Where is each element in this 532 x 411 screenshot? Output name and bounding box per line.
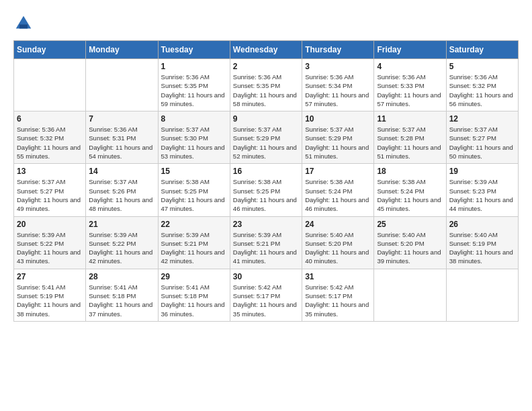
day-info: Sunrise: 5:40 AM Sunset: 5:20 PM Dayligh… <box>377 230 443 266</box>
calendar-cell: 24Sunrise: 5:40 AM Sunset: 5:20 PM Dayli… <box>302 216 374 269</box>
day-number: 29 <box>161 272 227 281</box>
day-number: 28 <box>89 272 154 281</box>
day-info: Sunrise: 5:37 AM Sunset: 5:29 PM Dayligh… <box>305 125 371 161</box>
day-number: 22 <box>161 220 227 229</box>
day-number: 8 <box>161 114 227 124</box>
day-info: Sunrise: 5:38 AM Sunset: 5:24 PM Dayligh… <box>377 177 443 213</box>
day-number: 10 <box>305 114 371 124</box>
day-header: Thursday <box>302 41 374 59</box>
day-info: Sunrise: 5:38 AM Sunset: 5:24 PM Dayligh… <box>305 177 371 213</box>
day-number: 25 <box>377 220 443 229</box>
day-info: Sunrise: 5:36 AM Sunset: 5:35 PM Dayligh… <box>161 73 227 108</box>
day-info: Sunrise: 5:41 AM Sunset: 5:18 PM Dayligh… <box>161 283 227 318</box>
page-header <box>13 13 519 34</box>
day-number: 23 <box>233 220 299 229</box>
day-number: 18 <box>377 167 443 176</box>
day-number: 21 <box>89 220 154 229</box>
calendar-week: 13Sunrise: 5:37 AM Sunset: 5:27 PM Dayli… <box>14 164 519 216</box>
calendar-cell: 21Sunrise: 5:39 AM Sunset: 5:22 PM Dayli… <box>86 216 158 269</box>
day-number: 5 <box>449 62 515 71</box>
day-number: 26 <box>449 220 515 229</box>
day-header: Monday <box>86 41 158 59</box>
calendar-cell <box>86 59 158 111</box>
calendar-cell <box>446 269 518 321</box>
calendar-table: SundayMondayTuesdayWednesdayThursdayFrid… <box>13 40 519 322</box>
calendar-cell: 31Sunrise: 5:42 AM Sunset: 5:17 PM Dayli… <box>302 269 374 321</box>
calendar-cell: 18Sunrise: 5:38 AM Sunset: 5:24 PM Dayli… <box>374 164 446 216</box>
day-info: Sunrise: 5:39 AM Sunset: 5:21 PM Dayligh… <box>233 230 299 266</box>
calendar-cell: 11Sunrise: 5:37 AM Sunset: 5:28 PM Dayli… <box>374 111 446 164</box>
day-info: Sunrise: 5:37 AM Sunset: 5:26 PM Dayligh… <box>89 177 154 213</box>
calendar-cell: 16Sunrise: 5:38 AM Sunset: 5:25 PM Dayli… <box>230 164 302 216</box>
calendar-cell: 28Sunrise: 5:41 AM Sunset: 5:18 PM Dayli… <box>86 269 158 321</box>
calendar-cell: 15Sunrise: 5:38 AM Sunset: 5:25 PM Dayli… <box>158 164 230 216</box>
day-number: 2 <box>233 62 299 71</box>
calendar-cell: 12Sunrise: 5:37 AM Sunset: 5:27 PM Dayli… <box>446 111 518 164</box>
day-info: Sunrise: 5:38 AM Sunset: 5:25 PM Dayligh… <box>233 177 299 213</box>
day-info: Sunrise: 5:37 AM Sunset: 5:27 PM Dayligh… <box>449 125 515 161</box>
calendar-cell: 5Sunrise: 5:36 AM Sunset: 5:32 PM Daylig… <box>446 59 518 111</box>
day-info: Sunrise: 5:39 AM Sunset: 5:21 PM Dayligh… <box>161 230 227 266</box>
calendar-cell: 1Sunrise: 5:36 AM Sunset: 5:35 PM Daylig… <box>158 59 230 111</box>
day-number: 30 <box>233 272 299 281</box>
day-number: 9 <box>233 114 299 124</box>
day-info: Sunrise: 5:36 AM Sunset: 5:32 PM Dayligh… <box>17 125 83 161</box>
calendar-cell: 14Sunrise: 5:37 AM Sunset: 5:26 PM Dayli… <box>86 164 158 216</box>
day-info: Sunrise: 5:42 AM Sunset: 5:17 PM Dayligh… <box>305 283 371 318</box>
svg-rect-1 <box>19 25 28 29</box>
day-number: 6 <box>17 114 83 124</box>
calendar-cell: 6Sunrise: 5:36 AM Sunset: 5:32 PM Daylig… <box>14 111 86 164</box>
logo <box>13 13 36 34</box>
day-info: Sunrise: 5:41 AM Sunset: 5:19 PM Dayligh… <box>17 283 83 318</box>
logo-icon <box>13 13 34 34</box>
day-number: 31 <box>305 272 371 281</box>
day-info: Sunrise: 5:39 AM Sunset: 5:23 PM Dayligh… <box>449 177 515 213</box>
calendar-cell <box>14 59 86 111</box>
day-header: Saturday <box>446 41 518 59</box>
calendar-cell: 17Sunrise: 5:38 AM Sunset: 5:24 PM Dayli… <box>302 164 374 216</box>
day-info: Sunrise: 5:40 AM Sunset: 5:20 PM Dayligh… <box>305 230 371 266</box>
calendar-cell: 30Sunrise: 5:42 AM Sunset: 5:17 PM Dayli… <box>230 269 302 321</box>
day-info: Sunrise: 5:38 AM Sunset: 5:25 PM Dayligh… <box>161 177 227 213</box>
calendar-cell: 29Sunrise: 5:41 AM Sunset: 5:18 PM Dayli… <box>158 269 230 321</box>
calendar-week: 27Sunrise: 5:41 AM Sunset: 5:19 PM Dayli… <box>14 269 519 321</box>
calendar-cell: 4Sunrise: 5:36 AM Sunset: 5:33 PM Daylig… <box>374 59 446 111</box>
calendar-week: 20Sunrise: 5:39 AM Sunset: 5:22 PM Dayli… <box>14 216 519 269</box>
day-number: 14 <box>89 167 154 176</box>
day-header: Friday <box>374 41 446 59</box>
calendar-week: 1Sunrise: 5:36 AM Sunset: 5:35 PM Daylig… <box>14 59 519 111</box>
calendar-cell: 10Sunrise: 5:37 AM Sunset: 5:29 PM Dayli… <box>302 111 374 164</box>
calendar-cell: 26Sunrise: 5:40 AM Sunset: 5:19 PM Dayli… <box>446 216 518 269</box>
day-info: Sunrise: 5:39 AM Sunset: 5:22 PM Dayligh… <box>17 230 83 266</box>
day-number: 17 <box>305 167 371 176</box>
day-header: Wednesday <box>230 41 302 59</box>
day-number: 11 <box>377 114 443 124</box>
calendar-header: SundayMondayTuesdayWednesdayThursdayFrid… <box>14 41 519 59</box>
day-number: 15 <box>161 167 227 176</box>
calendar-cell: 8Sunrise: 5:37 AM Sunset: 5:30 PM Daylig… <box>158 111 230 164</box>
day-info: Sunrise: 5:40 AM Sunset: 5:19 PM Dayligh… <box>449 230 515 266</box>
day-info: Sunrise: 5:41 AM Sunset: 5:18 PM Dayligh… <box>89 283 154 318</box>
calendar-cell: 19Sunrise: 5:39 AM Sunset: 5:23 PM Dayli… <box>446 164 518 216</box>
day-info: Sunrise: 5:36 AM Sunset: 5:35 PM Dayligh… <box>233 73 299 108</box>
calendar-cell: 7Sunrise: 5:36 AM Sunset: 5:31 PM Daylig… <box>86 111 158 164</box>
day-number: 7 <box>89 114 154 124</box>
day-info: Sunrise: 5:36 AM Sunset: 5:31 PM Dayligh… <box>89 125 154 161</box>
header-row: SundayMondayTuesdayWednesdayThursdayFrid… <box>14 41 519 59</box>
day-info: Sunrise: 5:36 AM Sunset: 5:33 PM Dayligh… <box>377 73 443 108</box>
day-number: 27 <box>17 272 83 281</box>
day-number: 19 <box>449 167 515 176</box>
calendar-week: 6Sunrise: 5:36 AM Sunset: 5:32 PM Daylig… <box>14 111 519 164</box>
calendar-cell: 25Sunrise: 5:40 AM Sunset: 5:20 PM Dayli… <box>374 216 446 269</box>
calendar-cell: 20Sunrise: 5:39 AM Sunset: 5:22 PM Dayli… <box>14 216 86 269</box>
day-number: 16 <box>233 167 299 176</box>
day-number: 20 <box>17 220 83 229</box>
calendar-cell: 22Sunrise: 5:39 AM Sunset: 5:21 PM Dayli… <box>158 216 230 269</box>
day-info: Sunrise: 5:36 AM Sunset: 5:34 PM Dayligh… <box>305 73 371 108</box>
calendar-cell: 2Sunrise: 5:36 AM Sunset: 5:35 PM Daylig… <box>230 59 302 111</box>
day-info: Sunrise: 5:37 AM Sunset: 5:28 PM Dayligh… <box>377 125 443 161</box>
day-info: Sunrise: 5:37 AM Sunset: 5:29 PM Dayligh… <box>233 125 299 161</box>
day-number: 24 <box>305 220 371 229</box>
day-header: Tuesday <box>158 41 230 59</box>
calendar-cell: 27Sunrise: 5:41 AM Sunset: 5:19 PM Dayli… <box>14 269 86 321</box>
